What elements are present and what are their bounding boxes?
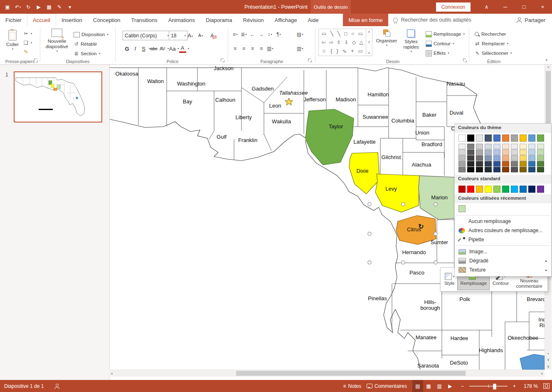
standard-color-swatch[interactable] xyxy=(502,186,509,193)
cut-button[interactable]: ✂▾ xyxy=(23,29,32,38)
ribbon-display-options-button[interactable]: ∧ xyxy=(477,0,496,14)
share-button[interactable]: Partager xyxy=(517,14,545,26)
scroll-down-icon[interactable]: ▾ xyxy=(368,41,370,44)
copy-button[interactable]: ❏▾ xyxy=(23,39,32,47)
replace-button[interactable]: ⇄Remplacer▾ xyxy=(475,39,508,48)
standard-color-swatch[interactable] xyxy=(485,186,492,193)
font-size-combo[interactable]: 18▾ xyxy=(169,31,188,40)
tab-mise-en-forme[interactable]: Mise en forme xyxy=(343,14,388,26)
horizontal-scroll-thumb[interactable] xyxy=(236,371,466,376)
standard-color-swatch[interactable] xyxy=(476,186,483,193)
theme-variant-swatch[interactable] xyxy=(537,167,544,172)
scroll-left-arrow[interactable]: ◄ xyxy=(110,370,113,377)
theme-variant-swatch[interactable] xyxy=(467,161,474,167)
tab-animations[interactable]: Animations xyxy=(163,14,200,26)
shape-icon[interactable]: } xyxy=(337,48,338,54)
collapse-ribbon-button[interactable]: ∧ xyxy=(545,58,548,62)
zoom-percentage[interactable]: 178 % xyxy=(521,383,538,389)
tab-r-vision[interactable]: Révision xyxy=(238,14,269,26)
theme-variant-swatch[interactable] xyxy=(458,161,466,167)
menu-item-autres-couleurs-de-remplissage[interactable]: Autres couleurs de remplissage... xyxy=(455,226,551,235)
horizontal-scrollbar[interactable]: ◄ ► xyxy=(109,370,545,377)
theme-variant-swatch[interactable] xyxy=(476,167,483,172)
decrease-indent-button[interactable]: ← xyxy=(249,30,256,39)
reset-button[interactable]: ↺Rétablir xyxy=(74,40,97,48)
shapes-gallery[interactable]: ▭╲╲□○▭⇦⇨⇧⇩◇△☆{}∿+▭ ▴ ▾ ▾ xyxy=(318,29,372,56)
theme-variant-swatch[interactable] xyxy=(493,149,500,155)
shape-icon[interactable]: ◇ xyxy=(352,39,356,45)
qat-touch-mode-button[interactable]: ▦ xyxy=(44,2,54,12)
minimize-button[interactable]: ─ xyxy=(496,0,515,14)
notes-button[interactable]: ≡Notes xyxy=(343,383,361,389)
align-right-button[interactable]: ≡ xyxy=(249,44,256,53)
theme-color-swatch[interactable] xyxy=(467,135,474,142)
theme-variant-swatch[interactable] xyxy=(537,149,544,155)
accessibility-checker-button[interactable] xyxy=(54,384,59,389)
align-text-button[interactable]: ▤▾ xyxy=(296,30,304,39)
theme-variant-swatch[interactable] xyxy=(485,149,492,155)
menu-item-d-grad[interactable]: Dégradé► xyxy=(455,256,551,265)
theme-variant-swatch[interactable] xyxy=(458,167,466,172)
theme-color-swatch[interactable] xyxy=(502,135,509,142)
theme-variant-swatch[interactable] xyxy=(511,155,518,161)
theme-variant-swatch[interactable] xyxy=(502,149,509,155)
theme-variant-swatch[interactable] xyxy=(537,161,544,167)
shape-effects-button[interactable]: Effets▾ xyxy=(426,49,449,57)
standard-color-swatch[interactable] xyxy=(493,186,500,193)
shrink-font-button[interactable]: A▾ xyxy=(197,31,205,39)
italic-button[interactable]: I xyxy=(132,44,139,53)
theme-color-swatch[interactable] xyxy=(476,135,483,142)
qat-redo-button[interactable]: ↻ xyxy=(23,2,33,12)
theme-color-swatch[interactable] xyxy=(493,135,500,142)
line-spacing-button[interactable]: ↕▾ xyxy=(266,30,274,39)
standard-color-swatch[interactable] xyxy=(467,186,474,193)
tab-accueil[interactable]: Accueil xyxy=(27,14,56,26)
select-button[interactable]: ⇖Sélectionner▾ xyxy=(475,49,512,57)
menu-item-pipette[interactable]: Pipette xyxy=(455,235,551,244)
convert-smartart-button[interactable]: ▥▾ xyxy=(296,44,304,53)
bullets-button[interactable]: ≡▾ xyxy=(231,30,239,39)
theme-variant-swatch[interactable] xyxy=(493,167,500,172)
theme-variant-swatch[interactable] xyxy=(467,149,474,155)
theme-variant-swatch[interactable] xyxy=(537,144,544,149)
grow-font-button[interactable]: A▴ xyxy=(187,31,195,39)
theme-variant-swatch[interactable] xyxy=(511,144,518,149)
fit-to-window-button[interactable] xyxy=(543,383,550,389)
arrange-button[interactable]: Organiser ▾ xyxy=(375,29,398,47)
zoom-slider[interactable] xyxy=(469,383,508,389)
zoom-slider-thumb[interactable] xyxy=(493,384,496,390)
rotate-handle-icon[interactable]: ↻ xyxy=(418,223,424,230)
shapes-gallery-scrollbar[interactable]: ▴ ▾ ▾ xyxy=(366,29,372,56)
theme-variant-swatch[interactable] xyxy=(528,149,535,155)
theme-color-swatch[interactable] xyxy=(485,135,492,142)
theme-variant-swatch[interactable] xyxy=(528,167,535,172)
find-button[interactable]: Rechercher xyxy=(475,30,506,38)
theme-variant-swatch[interactable] xyxy=(528,161,535,167)
standard-color-swatch[interactable] xyxy=(511,186,518,193)
standard-color-swatch[interactable] xyxy=(520,186,527,193)
theme-variant-swatch[interactable] xyxy=(520,149,527,155)
theme-variant-swatch[interactable] xyxy=(511,167,518,172)
shape-icon[interactable]: ▭ xyxy=(358,31,363,37)
theme-variant-swatch[interactable] xyxy=(520,161,527,167)
recent-color-swatch[interactable] xyxy=(458,205,466,212)
drawing-dialog-launcher[interactable] xyxy=(463,59,467,63)
shape-icon[interactable]: ∿ xyxy=(343,48,347,54)
theme-color-swatch[interactable] xyxy=(537,135,544,142)
theme-variant-swatch[interactable] xyxy=(493,161,500,167)
section-button[interactable]: ≣Section▾ xyxy=(74,49,100,58)
theme-variant-swatch[interactable] xyxy=(476,144,483,149)
tell-me-search[interactable]: Rechercher des outils adaptés xyxy=(393,14,471,26)
align-center-button[interactable]: ≡ xyxy=(240,44,248,53)
layout-button[interactable]: Disposition▾ xyxy=(74,30,108,39)
scroll-right-arrow[interactable]: ► xyxy=(541,370,544,377)
paste-button[interactable]: Coller ▾ xyxy=(3,28,22,51)
shape-icon[interactable]: ⇨ xyxy=(329,39,333,45)
comments-button[interactable]: Commentaires xyxy=(367,383,407,389)
font-color-button[interactable]: A xyxy=(179,44,186,53)
theme-variant-swatch[interactable] xyxy=(520,144,527,149)
theme-variant-swatch[interactable] xyxy=(485,144,492,149)
standard-color-swatch[interactable] xyxy=(458,186,466,193)
paragraph-dialog-launcher[interactable] xyxy=(308,59,312,63)
shape-fill-button[interactable]: Remplissage▾ xyxy=(426,30,465,38)
